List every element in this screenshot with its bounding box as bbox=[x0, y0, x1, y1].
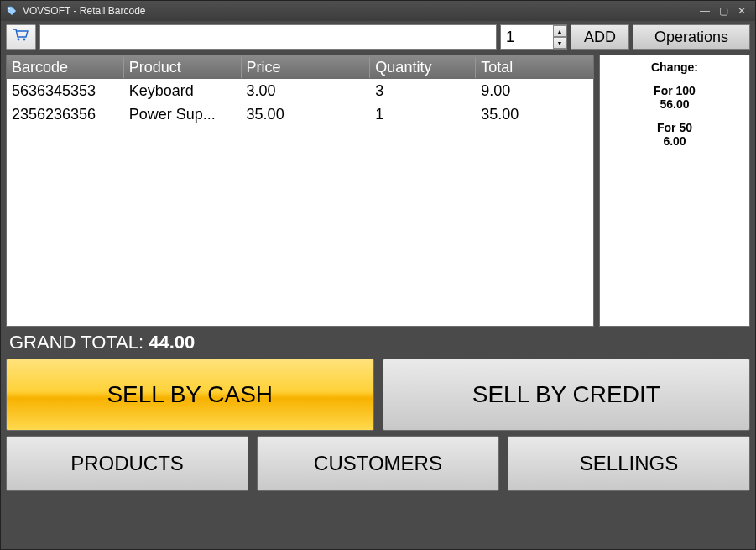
table-row[interactable]: 2356236356Power Sup...35.00135.00 bbox=[7, 102, 593, 126]
change-for50-label: For 50 bbox=[603, 121, 746, 134]
cell-product: Power Sup... bbox=[124, 104, 242, 125]
col-barcode-header[interactable]: Barcode bbox=[7, 57, 124, 78]
col-price-header[interactable]: Price bbox=[242, 57, 371, 78]
cell-price: 35.00 bbox=[242, 104, 371, 125]
table-body: 5636345353Keyboard3.0039.002356236356Pow… bbox=[7, 79, 593, 326]
grand-total-value: 44.00 bbox=[149, 332, 195, 353]
cart-button[interactable] bbox=[6, 24, 36, 50]
cell-barcode: 2356236356 bbox=[7, 104, 124, 125]
tag-icon bbox=[6, 5, 18, 17]
sell-by-cash-button[interactable]: SELL BY CASH bbox=[6, 359, 374, 431]
operations-button[interactable]: Operations bbox=[633, 24, 750, 50]
minimize-icon[interactable]: — bbox=[696, 5, 713, 17]
table-header: Barcode Product Price Quantity Total bbox=[7, 55, 593, 79]
cell-total: 9.00 bbox=[476, 81, 593, 102]
quantity-spinner: ▲ ▼ bbox=[553, 25, 566, 49]
nav-buttons: PRODUCTS CUSTOMERS SELLINGS bbox=[6, 436, 750, 491]
cell-quantity: 1 bbox=[370, 104, 476, 125]
cart-icon bbox=[13, 29, 29, 45]
col-total-header[interactable]: Total bbox=[476, 57, 593, 78]
cell-total: 35.00 bbox=[476, 104, 593, 125]
sellings-button[interactable]: SELLINGS bbox=[508, 436, 750, 491]
svg-point-2 bbox=[23, 39, 26, 41]
titlebar[interactable]: VOVSOFT - Retail Barcode — ▢ ✕ bbox=[1, 1, 755, 21]
cell-price: 3.00 bbox=[242, 81, 371, 102]
entry-toolbar: ▲ ▼ ADD Operations bbox=[6, 24, 750, 50]
quantity-stepper[interactable]: ▲ ▼ bbox=[500, 24, 567, 50]
customers-button[interactable]: CUSTOMERS bbox=[257, 436, 499, 491]
change-for100-value: 56.00 bbox=[603, 97, 746, 111]
middle-panels: Barcode Product Price Quantity Total 563… bbox=[6, 55, 750, 327]
table-row[interactable]: 5636345353Keyboard3.0039.00 bbox=[7, 79, 593, 102]
cell-product: Keyboard bbox=[124, 81, 242, 102]
grand-total-label: GRAND TOTAL: bbox=[9, 332, 149, 353]
close-icon[interactable]: ✕ bbox=[733, 5, 750, 17]
change-panel: Change: For 100 56.00 For 50 6.00 bbox=[599, 55, 750, 327]
sell-buttons: SELL BY CASH SELL BY CREDIT bbox=[6, 359, 750, 431]
chevron-down-icon[interactable]: ▼ bbox=[553, 37, 566, 49]
content-area: ▲ ▼ ADD Operations Barcode Product Price… bbox=[1, 21, 755, 549]
items-table[interactable]: Barcode Product Price Quantity Total 563… bbox=[6, 55, 594, 327]
svg-point-0 bbox=[8, 8, 10, 9]
window-title: VOVSOFT - Retail Barcode bbox=[23, 5, 146, 17]
change-title: Change: bbox=[603, 60, 746, 74]
col-quantity-header[interactable]: Quantity bbox=[370, 57, 476, 78]
grand-total: GRAND TOTAL: 44.00 bbox=[6, 332, 750, 354]
cell-barcode: 5636345353 bbox=[7, 81, 124, 102]
cell-quantity: 3 bbox=[370, 81, 476, 102]
products-button[interactable]: PRODUCTS bbox=[6, 436, 248, 491]
app-window: VOVSOFT - Retail Barcode — ▢ ✕ ▲ bbox=[0, 0, 756, 550]
sell-by-credit-button[interactable]: SELL BY CREDIT bbox=[383, 359, 751, 431]
add-button[interactable]: ADD bbox=[571, 24, 629, 50]
maximize-icon[interactable]: ▢ bbox=[715, 5, 732, 17]
change-for100-label: For 100 bbox=[603, 84, 746, 97]
change-for50-value: 6.00 bbox=[603, 134, 746, 148]
barcode-input[interactable] bbox=[39, 24, 497, 50]
chevron-up-icon[interactable]: ▲ bbox=[553, 25, 566, 37]
col-product-header[interactable]: Product bbox=[124, 57, 242, 78]
svg-point-1 bbox=[18, 39, 20, 41]
